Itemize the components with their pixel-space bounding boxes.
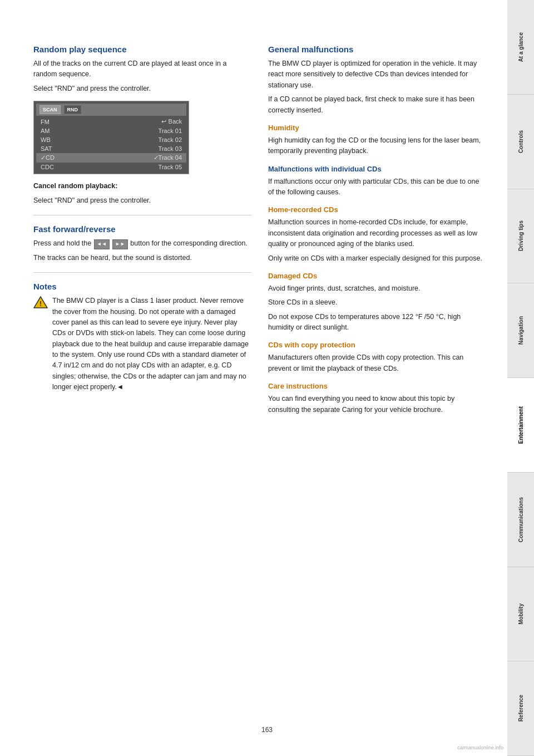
general-malfunctions-para1: The BMW CD player is optimized for opera…: [268, 58, 485, 91]
care-instructions-para1: You can find everything you need to know…: [268, 394, 485, 415]
cd-row-track: ✓Track 04: [154, 154, 182, 161]
cd-row-track: Track 05: [159, 164, 182, 170]
sidebar-item-label: At a glance: [518, 32, 524, 62]
random-play-para2: Select "RND" and press the controller.: [33, 84, 251, 94]
cancel-label: Cancel random playback:: [33, 181, 251, 192]
sidebar-item-reference[interactable]: Reference: [507, 661, 534, 756]
rnd-button: RND: [64, 105, 82, 114]
damaged-cds-para3: Do not expose CDs to temperatures above …: [268, 312, 485, 333]
cd-row-label: WB: [41, 136, 51, 143]
sidebar: At a glanceControlsDriving tipsNavigatio…: [507, 0, 534, 756]
page-number: 163: [261, 726, 273, 734]
sidebar-item-driving-tips[interactable]: Driving tips: [507, 189, 534, 284]
sidebar-item-label: Driving tips: [518, 220, 524, 251]
cd-row-label: SAT: [41, 145, 52, 152]
cancel-instruction: Select "RND" and press the controller.: [33, 195, 251, 206]
general-malfunctions-para2: If a CD cannot be played back, first che…: [268, 94, 485, 116]
scan-button: SCAN: [39, 105, 61, 114]
sidebar-item-label: Communications: [518, 497, 524, 542]
fast-forward-para2: The tracks can be heard, but the sound i…: [33, 253, 251, 263]
sidebar-item-label: Mobility: [518, 603, 524, 625]
warning-triangle-icon: !: [33, 296, 48, 309]
notes-warning-text: The BMW CD player is a Class 1 laser pro…: [52, 296, 251, 392]
damaged-cds-title: Damaged CDs: [268, 272, 485, 280]
care-instructions-title: Care instructions: [268, 382, 485, 390]
cd-row: AMTrack 01: [36, 126, 186, 135]
home-recorded-title: Home-recorded CDs: [268, 205, 485, 214]
malfunctions-individual-para1: If malfunctions occur only with particul…: [268, 176, 485, 198]
watermark: carmanualonline.info: [457, 745, 503, 750]
humidity-title: Humidity: [268, 124, 485, 132]
rewind-icon: ◄◄: [94, 239, 110, 249]
humidity-section: Humidity High humidity can fog the CD or…: [268, 124, 485, 157]
random-play-para1: All of the tracks on the current CD are …: [33, 58, 251, 80]
svg-text:!: !: [39, 300, 42, 308]
cd-display-image: SCAN RND FM↩ BackAMTrack 01WBTrack 02SAT…: [33, 101, 189, 174]
fast-forward-section: Fast forward/reverse Press and hold the …: [33, 224, 251, 263]
malfunctions-individual-title: Malfunctions with individual CDs: [268, 165, 485, 173]
cd-row: CDCTrack 05: [36, 163, 186, 171]
sidebar-item-label: Entertainment: [518, 406, 524, 444]
sidebar-item-at-a-glance[interactable]: At a glance: [507, 0, 534, 95]
cd-row: ✓CD✓Track 04: [36, 153, 186, 163]
care-instructions-section: Care instructions You can find everythin…: [268, 382, 485, 415]
cd-row-track: Track 01: [159, 127, 182, 134]
sidebar-item-entertainment[interactable]: Entertainment: [507, 378, 534, 473]
damaged-cds-para2: Store CDs in a sleeve.: [268, 297, 485, 308]
copy-protection-title: CDs with copy protection: [268, 341, 485, 349]
random-play-section: Random play sequence All of the tracks o…: [33, 45, 251, 206]
cd-row-track: Track 03: [159, 145, 182, 152]
cd-row: FM↩ Back: [36, 117, 186, 126]
fast-forward-title: Fast forward/reverse: [33, 224, 251, 234]
home-recorded-para2: Only write on CDs with a marker especial…: [268, 253, 485, 264]
general-malfunctions-title: General malfunctions: [268, 45, 485, 54]
cd-row-label: AM: [41, 127, 50, 134]
sidebar-item-mobility[interactable]: Mobility: [507, 567, 534, 662]
malfunctions-individual-section: Malfunctions with individual CDs If malf…: [268, 165, 485, 198]
sidebar-item-label: Reference: [518, 695, 524, 721]
sidebar-item-label: Controls: [518, 130, 524, 153]
sidebar-item-communications[interactable]: Communications: [507, 473, 534, 567]
general-malfunctions-section: General malfunctions The BMW CD player i…: [268, 45, 485, 116]
sidebar-item-label: Navigation: [518, 316, 524, 345]
cd-row-label: FM: [41, 119, 50, 125]
random-play-title: Random play sequence: [33, 45, 251, 54]
cd-row-track: Track 02: [159, 136, 182, 143]
cd-row-track: ↩ Back: [161, 118, 182, 125]
fast-forward-para1: Press and hold the ◄◄ ►► button for the …: [33, 238, 251, 249]
sidebar-item-navigation[interactable]: Navigation: [507, 283, 534, 378]
notes-title: Notes: [33, 282, 251, 291]
cd-row: SATTrack 03: [36, 144, 186, 153]
warning-block: ! The BMW CD player is a Class 1 laser p…: [33, 296, 251, 396]
copy-protection-section: CDs with copy protection Manufacturers o…: [268, 341, 485, 374]
damaged-cds-section: Damaged CDs Avoid finger prints, dust, s…: [268, 272, 485, 333]
damaged-cds-para1: Avoid finger prints, dust, scratches, an…: [268, 283, 485, 294]
notes-section: Notes ! The BMW CD player is a Class 1 l…: [33, 282, 251, 396]
home-recorded-para1: Malfunction sources in home-recorded CDs…: [268, 217, 485, 249]
sidebar-item-controls[interactable]: Controls: [507, 95, 534, 189]
cd-row-label: CDC: [41, 164, 54, 170]
home-recorded-section: Home-recorded CDs Malfunction sources in…: [268, 205, 485, 264]
copy-protection-para1: Manufacturers often provide CDs with cop…: [268, 352, 485, 374]
fastfwd-icon: ►►: [112, 239, 128, 249]
cd-row-label: ✓CD: [41, 154, 55, 161]
humidity-para1: High humidity can fog the CD or the focu…: [268, 135, 485, 157]
cd-row: WBTrack 02: [36, 135, 186, 144]
